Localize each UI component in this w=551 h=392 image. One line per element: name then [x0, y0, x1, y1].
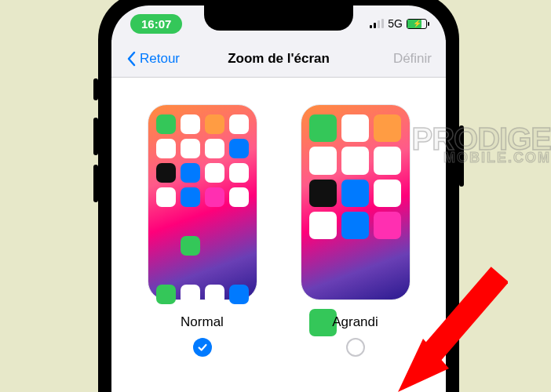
app-icon [229, 163, 249, 183]
app-icon [341, 212, 369, 239]
app-icon [205, 114, 224, 134]
signal-icon [370, 19, 384, 28]
option-normal[interactable]: Normal [148, 104, 257, 357]
app-icon [341, 114, 369, 142]
chevron-left-icon [126, 51, 137, 67]
app-icon [309, 180, 337, 207]
app-icon [156, 139, 176, 158]
nav-bar: Retour Zoom de l'écran Définir [111, 40, 446, 78]
network-label: 5G [388, 17, 403, 30]
app-icon [205, 163, 224, 183]
app-icon [156, 114, 176, 134]
mute-switch [93, 78, 98, 100]
option-normal-label: Normal [181, 314, 224, 330]
phone-frame: 16:07 5G ⚡ Retour Zoom de l'écran Défini… [98, 0, 459, 392]
radio-normal-selected[interactable] [193, 338, 212, 357]
app-icon [374, 114, 401, 142]
time-pill[interactable]: 16:07 [130, 14, 182, 34]
app-icon [309, 114, 337, 142]
app-icon [156, 285, 176, 304]
app-icon [229, 139, 249, 158]
radio-zoomed-unselected[interactable] [346, 338, 365, 357]
app-icon [181, 187, 200, 207]
app-icon [341, 147, 369, 174]
app-icon [181, 139, 200, 158]
app-icon [181, 114, 200, 134]
option-zoomed[interactable]: Agrandi [301, 104, 411, 357]
app-icon [229, 114, 249, 134]
option-zoomed-label: Agrandi [332, 314, 378, 330]
app-icon [181, 163, 200, 183]
content: Normal Agrandi [111, 78, 446, 392]
app-icon [374, 212, 401, 239]
back-button[interactable]: Retour [126, 51, 180, 67]
preview-zoomed [301, 104, 411, 300]
app-icon [181, 285, 200, 304]
app-icon [229, 187, 249, 207]
app-icon [205, 139, 224, 158]
app-icon [156, 187, 176, 207]
volume-up-button [93, 118, 98, 155]
battery-icon: ⚡ [407, 19, 427, 29]
define-button[interactable]: Définir [393, 51, 432, 67]
app-icon [229, 285, 249, 304]
side-button [459, 125, 464, 187]
page-title: Zoom de l'écran [228, 51, 330, 67]
app-icon [374, 180, 401, 207]
app-icon [156, 163, 176, 183]
notch [204, 5, 353, 31]
back-label: Retour [140, 51, 180, 67]
app-icon [309, 212, 337, 239]
app-icon [374, 147, 401, 174]
app-icon [205, 285, 224, 304]
app-icon [341, 180, 369, 207]
app-icon [205, 187, 224, 207]
preview-normal [148, 104, 257, 300]
volume-down-button [93, 165, 98, 202]
app-icon [309, 147, 337, 174]
app-icon [181, 236, 200, 256]
checkmark-icon [197, 342, 208, 353]
screen: 16:07 5G ⚡ Retour Zoom de l'écran Défini… [111, 5, 446, 392]
